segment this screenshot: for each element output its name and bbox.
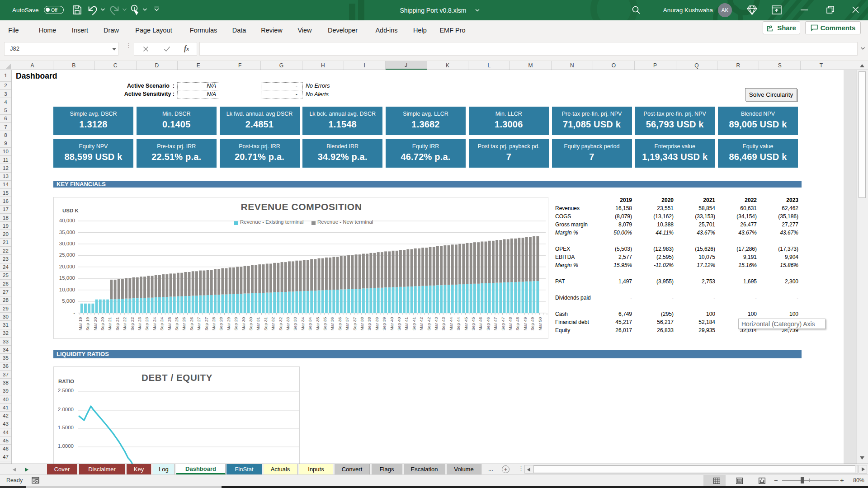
svg-text:Sep 36: Sep 36 xyxy=(337,317,342,331)
svg-text:Sep 44: Sep 44 xyxy=(456,317,461,331)
svg-text:Mar 50: Mar 50 xyxy=(538,317,542,331)
svg-text:Mar 37: Mar 37 xyxy=(344,317,349,331)
svg-text:Mar 47: Mar 47 xyxy=(493,317,498,331)
svg-text:Sep 28: Sep 28 xyxy=(218,317,223,331)
svg-text:Mar 40: Mar 40 xyxy=(389,317,394,331)
svg-text:Mar 24: Mar 24 xyxy=(152,317,157,331)
svg-text:Mar 30: Mar 30 xyxy=(241,317,246,331)
svg-text:Sep 19: Sep 19 xyxy=(85,317,90,331)
svg-text:Mar 34: Mar 34 xyxy=(300,317,305,331)
svg-text:Sep 35: Sep 35 xyxy=(322,317,327,331)
svg-text:Mar 45: Mar 45 xyxy=(463,317,468,331)
svg-text:Sep 21: Sep 21 xyxy=(115,317,120,331)
svg-text:Sep 26: Sep 26 xyxy=(189,317,194,331)
svg-text:Sep 40: Sep 40 xyxy=(396,317,401,331)
svg-text:Sep 27: Sep 27 xyxy=(204,317,209,331)
svg-text:Mar 38: Mar 38 xyxy=(359,317,364,331)
svg-text:Sep 37: Sep 37 xyxy=(352,317,357,331)
svg-text:Sep 33: Sep 33 xyxy=(292,317,297,331)
svg-text:Mar 49: Mar 49 xyxy=(523,317,528,331)
svg-text:Mar 36: Mar 36 xyxy=(330,317,335,331)
svg-text:Sep 43: Sep 43 xyxy=(441,317,446,331)
svg-text:Mar 21: Mar 21 xyxy=(107,317,112,331)
svg-text:Sep 49: Sep 49 xyxy=(530,317,535,331)
svg-text:Mar 33: Mar 33 xyxy=(285,317,290,331)
svg-text:Sep 48: Sep 48 xyxy=(515,317,520,331)
svg-text:Mar 31: Mar 31 xyxy=(255,317,260,331)
svg-text:Sep 34: Sep 34 xyxy=(307,317,312,331)
svg-text:Mar 42: Mar 42 xyxy=(419,317,424,331)
svg-text:Mar 32: Mar 32 xyxy=(270,317,275,331)
svg-text:Sep 22: Sep 22 xyxy=(130,317,135,331)
svg-text:Sep 47: Sep 47 xyxy=(500,317,505,331)
svg-text:Sep 23: Sep 23 xyxy=(144,317,149,331)
svg-text:Mar 41: Mar 41 xyxy=(404,317,409,331)
svg-text:Mar 35: Mar 35 xyxy=(315,317,320,331)
svg-text:Sep 24: Sep 24 xyxy=(159,317,164,331)
svg-text:Mar 28: Mar 28 xyxy=(211,317,216,331)
svg-text:Mar 46: Mar 46 xyxy=(478,317,483,331)
svg-text:Sep 31: Sep 31 xyxy=(263,317,268,331)
svg-text:Mar 44: Mar 44 xyxy=(448,317,453,331)
svg-text:Sep 38: Sep 38 xyxy=(367,317,372,331)
svg-text:Mar 27: Mar 27 xyxy=(196,317,201,331)
svg-text:Mar 22: Mar 22 xyxy=(122,317,127,331)
svg-text:Mar 20: Mar 20 xyxy=(93,317,98,331)
svg-text:Sep 20: Sep 20 xyxy=(100,317,105,331)
svg-text:Sep 46: Sep 46 xyxy=(486,317,491,331)
svg-text:Sep 30: Sep 30 xyxy=(248,317,253,331)
svg-text:Mar 19: Mar 19 xyxy=(78,317,83,331)
svg-text:Sep 29: Sep 29 xyxy=(233,317,238,331)
svg-text:Mar 43: Mar 43 xyxy=(434,317,439,331)
svg-text:Sep 25: Sep 25 xyxy=(174,317,179,331)
svg-text:Mar 26: Mar 26 xyxy=(181,317,186,331)
svg-text:Sep 42: Sep 42 xyxy=(426,317,431,331)
svg-text:Sep 45: Sep 45 xyxy=(471,317,476,331)
svg-text:Mar 29: Mar 29 xyxy=(226,317,231,331)
svg-text:Sep 41: Sep 41 xyxy=(411,317,416,331)
svg-text:Mar 23: Mar 23 xyxy=(137,317,142,331)
svg-text:Sep 32: Sep 32 xyxy=(278,317,283,331)
svg-text:Sep 39: Sep 39 xyxy=(382,317,387,331)
svg-text:Mar 39: Mar 39 xyxy=(374,317,379,331)
svg-text:Mar 25: Mar 25 xyxy=(167,317,172,331)
svg-text:Mar 48: Mar 48 xyxy=(508,317,513,331)
